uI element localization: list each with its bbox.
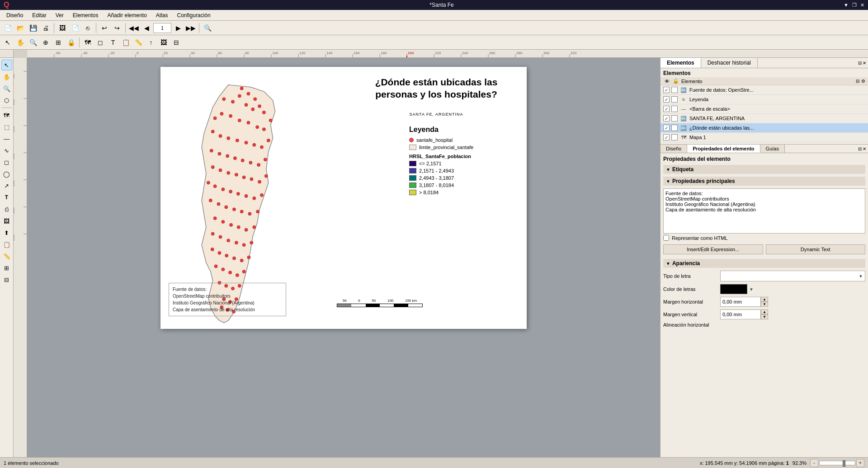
prop-tab-guias[interactable]: Guías <box>760 145 785 153</box>
page-input[interactable] <box>153 23 171 33</box>
open-btn[interactable]: 📂 <box>14 22 26 34</box>
list-item-santafe[interactable]: 🔤 SANTA FE, ARGENTINA <box>660 114 868 123</box>
margen-h-input[interactable] <box>720 297 761 307</box>
el-check-mapa[interactable] <box>663 134 670 140</box>
margen-v-down[interactable]: ▼ <box>761 314 768 319</box>
menu-ver[interactable]: Ver <box>51 11 68 19</box>
text-content-area[interactable]: Fuente de datos: OpenStreetMap contribui… <box>663 188 865 234</box>
print-btn[interactable]: 🖨 <box>40 22 52 34</box>
panel-float-btn[interactable]: ⊟ <box>858 61 862 66</box>
new-btn[interactable]: 📄 <box>2 22 14 34</box>
add-3d-btn[interactable]: ⬚ <box>1 122 12 132</box>
save-btn[interactable]: 💾 <box>27 22 39 34</box>
menu-elementos[interactable]: Elementos <box>68 11 103 19</box>
next-page-btn[interactable]: ▶ <box>172 22 184 34</box>
insert-edit-btn[interactable]: Insert/Edit Expression... <box>663 244 763 254</box>
close-btn[interactable]: ✕ <box>860 2 864 8</box>
margen-h-up[interactable]: ▲ <box>761 297 768 302</box>
zoom-in-tool[interactable]: 🔍 <box>27 37 39 48</box>
main-props-section[interactable]: ▼ Propiedades principales <box>663 177 865 186</box>
add-text-btn[interactable]: T <box>1 192 12 203</box>
el-lock-mapa[interactable] <box>671 134 678 140</box>
add-legend-tool[interactable]: 📋 <box>120 37 132 48</box>
prev-page-btn[interactable]: ◀ <box>141 22 152 34</box>
select-tool[interactable]: ↖ <box>2 37 14 48</box>
pan-tool[interactable]: ✋ <box>14 37 26 48</box>
prop-tab-propiedades[interactable]: Propiedades del elemento <box>687 145 760 153</box>
add-html-btn[interactable]: ⎙ <box>1 204 12 215</box>
export-pdf-btn[interactable]: 📄 <box>69 22 81 34</box>
add-table-tool[interactable]: ⊟ <box>170 37 182 48</box>
html-checkbox[interactable] <box>663 235 669 241</box>
prop-close-btn[interactable]: ✕ <box>863 146 866 151</box>
prop-float-btn[interactable]: ⊟ <box>858 146 862 151</box>
tipo-letra-select[interactable]: ▼ <box>720 271 865 281</box>
zoom-slider[interactable] <box>819 461 855 465</box>
redo-btn[interactable]: ↪ <box>111 22 123 34</box>
menu-configuracion[interactable]: Configuración <box>173 11 215 19</box>
canvas-area[interactable]: ¿Dónde están ubicadas las personas y los… <box>27 58 660 457</box>
export-img-btn[interactable]: 🖼 <box>57 22 68 34</box>
etiqueta-section[interactable]: ▼ Etiqueta <box>663 165 865 174</box>
prop-tab-diseno[interactable]: Diseño <box>660 145 687 153</box>
el-check-santafe[interactable] <box>663 115 670 122</box>
add-polyline-btn[interactable]: ∿ <box>1 145 12 156</box>
list-item-fuente[interactable]: 🔤 Fuente de datos: OpenStre... <box>660 85 868 95</box>
tab-historial[interactable]: Deshacer historial <box>701 58 758 68</box>
menu-anadir[interactable]: Añadir elemento <box>103 11 151 19</box>
el-lock-donde[interactable] <box>671 125 678 131</box>
add-ellipse-btn[interactable]: ◯ <box>1 168 12 179</box>
add-legend-btn[interactable]: 📋 <box>1 239 12 250</box>
apariencia-section[interactable]: ▼ Apariencia <box>663 259 865 268</box>
minimize-btn[interactable]: ▼ <box>844 2 849 8</box>
add-text-tool[interactable]: T <box>107 37 119 48</box>
pan-tool-btn[interactable]: ✋ <box>1 71 12 82</box>
el-lock-leyenda[interactable] <box>671 96 678 103</box>
color-swatch[interactable] <box>720 284 747 294</box>
add-scale-btn[interactable]: 📏 <box>1 251 12 262</box>
add-img-btn[interactable]: 🖼 <box>1 215 12 226</box>
el-lock-fuente[interactable] <box>671 87 678 93</box>
zoom-in-status-btn[interactable]: + <box>856 459 864 467</box>
add-rect-btn[interactable]: ◻ <box>1 157 12 168</box>
node-tool-btn[interactable]: ⬡ <box>1 95 12 106</box>
zoom-canvas-tool[interactable]: ⊕ <box>40 37 52 48</box>
undo-btn[interactable]: ↩ <box>99 22 110 34</box>
tab-elementos[interactable]: Elementos <box>660 58 701 68</box>
list-item-barra[interactable]: — <Barra de escala> <box>660 104 868 114</box>
zoom-out-btn[interactable]: - <box>810 459 818 467</box>
grid-tool[interactable]: ⊞ <box>52 37 64 48</box>
maximize-btn[interactable]: ❐ <box>852 2 857 8</box>
panel-close-btn[interactable]: ✕ <box>863 61 866 66</box>
el-lock-barra[interactable] <box>671 106 678 112</box>
add-arrow-btn[interactable]: ↗ <box>1 180 12 191</box>
zoom-btn[interactable]: 🔍 <box>202 22 213 34</box>
add-line-btn[interactable]: — <box>1 133 12 144</box>
add-attr-btn[interactable]: ⊟ <box>1 274 12 285</box>
add-map-tool-btn[interactable]: 🗺 <box>1 110 12 121</box>
list-item-mapa[interactable]: 🗺 Mapa 1 <box>660 133 868 142</box>
lock-tool[interactable]: 🔒 <box>65 37 77 48</box>
el-check-fuente[interactable] <box>663 87 670 93</box>
list-item-donde[interactable]: 🔤 ¿Dónde están ubicadas las... <box>660 123 868 133</box>
add-img-tool[interactable]: 🖼 <box>158 37 170 48</box>
list-item-leyenda[interactable]: ≡ Leyenda <box>660 95 868 104</box>
margen-v-up[interactable]: ▲ <box>761 309 768 314</box>
margen-v-input[interactable] <box>720 309 761 319</box>
add-north-btn[interactable]: ⬆ <box>1 227 12 238</box>
menu-editar[interactable]: Editar <box>28 11 51 19</box>
add-north-tool[interactable]: ↑ <box>145 37 157 48</box>
add-shape-tool[interactable]: ◻ <box>94 37 106 48</box>
export-svg-btn[interactable]: ⎋ <box>82 22 94 34</box>
menu-atlas[interactable]: Atlas <box>151 11 173 19</box>
add-table-btn[interactable]: ⊞ <box>1 262 12 273</box>
margen-h-down[interactable]: ▼ <box>761 302 768 307</box>
el-lock-santafe[interactable] <box>671 115 678 122</box>
window-controls[interactable]: ▼ ❐ ✕ <box>844 2 864 8</box>
zoom-tool-btn[interactable]: 🔍 <box>1 83 12 94</box>
dynamic-text-btn[interactable]: Dynamic Text <box>766 244 866 254</box>
add-map-tool[interactable]: 🗺 <box>82 37 94 48</box>
el-check-leyenda[interactable] <box>663 96 670 103</box>
menu-diseno[interactable]: Diseño <box>2 11 28 19</box>
first-page-btn[interactable]: ◀◀ <box>128 22 140 34</box>
